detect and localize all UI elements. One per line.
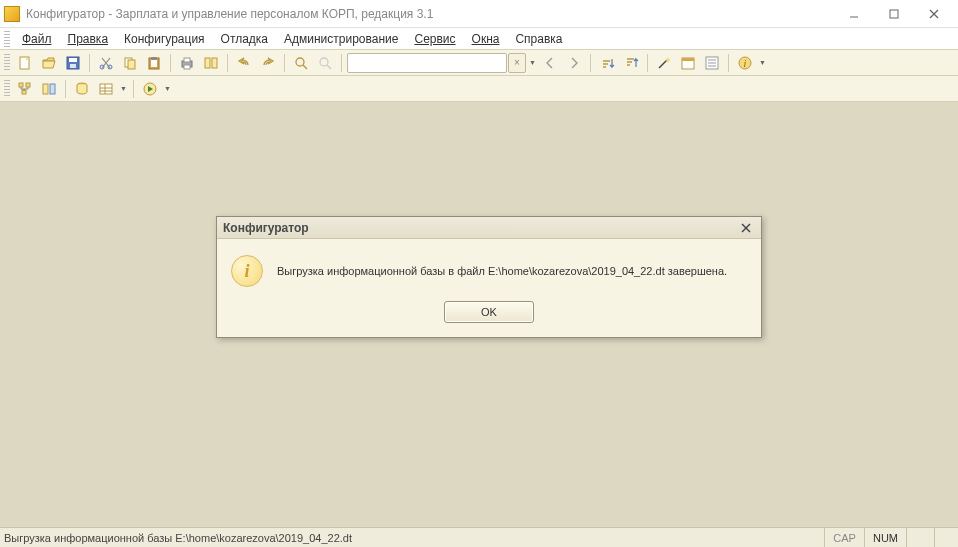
help-button[interactable]: i — [734, 52, 756, 74]
menu-windows[interactable]: Окна — [464, 30, 508, 48]
close-button[interactable] — [914, 2, 954, 26]
db-icon — [41, 81, 57, 97]
search-clear-button[interactable]: × — [508, 53, 526, 73]
start-debug-dropdown[interactable]: ▼ — [163, 78, 172, 100]
nav-forward-button[interactable] — [563, 52, 585, 74]
dialog-title-text: Конфигуратор — [223, 221, 309, 235]
toolbar-separator — [341, 54, 342, 72]
dialog-close-button[interactable] — [737, 220, 755, 236]
toolbar-separator — [590, 54, 591, 72]
open-folder-icon — [41, 55, 57, 71]
data-table-button[interactable] — [95, 78, 117, 100]
menu-admin[interactable]: Администрирование — [276, 30, 406, 48]
undo-icon — [236, 55, 252, 71]
config-tree-button[interactable] — [14, 78, 36, 100]
menu-debug[interactable]: Отладка — [213, 30, 276, 48]
start-debug-button[interactable] — [139, 78, 161, 100]
new-file-button[interactable] — [14, 52, 36, 74]
maximize-button[interactable] — [874, 2, 914, 26]
tree-icon — [17, 81, 33, 97]
nav-back-button[interactable] — [539, 52, 561, 74]
ok-button[interactable]: OK — [444, 301, 534, 323]
info-icon: i — [231, 255, 263, 287]
calendar-button[interactable] — [677, 52, 699, 74]
svg-rect-32 — [19, 83, 23, 87]
search-input[interactable] — [347, 53, 507, 73]
toolbar-separator — [284, 54, 285, 72]
dialog-body: i Выгрузка информационной базы в файл E:… — [217, 239, 761, 301]
calendar-icon — [680, 55, 696, 71]
svg-rect-19 — [212, 58, 217, 68]
help-icon: i — [737, 55, 753, 71]
scissors-icon — [98, 55, 114, 71]
svg-point-20 — [296, 58, 304, 66]
open-file-button[interactable] — [38, 52, 60, 74]
sort-asc-button[interactable] — [596, 52, 618, 74]
toolbar-row-2: ▼ ▼ — [0, 76, 958, 102]
copy-button[interactable] — [119, 52, 141, 74]
table-icon — [98, 81, 114, 97]
svg-rect-35 — [43, 84, 48, 94]
svg-rect-36 — [50, 84, 55, 94]
window-controls — [834, 2, 954, 26]
menu-file[interactable]: Файл — [14, 30, 60, 48]
nav-forward-icon — [566, 55, 582, 71]
properties-icon — [704, 55, 720, 71]
sort-desc-icon — [623, 55, 639, 71]
minimize-button[interactable] — [834, 2, 874, 26]
print-button[interactable] — [176, 52, 198, 74]
menu-edit[interactable]: Правка — [60, 30, 117, 48]
help-dropdown[interactable]: ▼ — [758, 52, 767, 74]
titlebar: Конфигуратор - Зарплата и управление пер… — [0, 0, 958, 28]
message-dialog: Конфигуратор i Выгрузка информационной б… — [216, 216, 762, 338]
toolbar-separator — [728, 54, 729, 72]
undo-button[interactable] — [233, 52, 255, 74]
db-config-button[interactable] — [38, 78, 60, 100]
close-icon — [741, 223, 751, 233]
menu-help[interactable]: Справка — [507, 30, 570, 48]
new-file-icon — [17, 55, 33, 71]
svg-rect-6 — [69, 58, 77, 62]
paste-button[interactable] — [143, 52, 165, 74]
status-message: Выгрузка информационной базы E:\home\koz… — [4, 532, 824, 544]
cylinder-icon — [74, 81, 90, 97]
syntax-helper-button[interactable] — [653, 52, 675, 74]
toolbar-separator — [227, 54, 228, 72]
window-title: Конфигуратор - Зарплата и управление пер… — [26, 7, 834, 21]
dialog-buttons: OK — [217, 301, 761, 337]
svg-rect-11 — [128, 60, 135, 69]
compare-button[interactable] — [200, 52, 222, 74]
save-button[interactable] — [62, 52, 84, 74]
svg-rect-14 — [151, 57, 157, 60]
redo-button[interactable] — [257, 52, 279, 74]
status-num: NUM — [864, 528, 906, 547]
menu-service[interactable]: Сервис — [406, 30, 463, 48]
data-table-dropdown[interactable]: ▼ — [119, 78, 128, 100]
dialog-titlebar: Конфигуратор — [217, 217, 761, 239]
sort-desc-button[interactable] — [620, 52, 642, 74]
compare-icon — [203, 55, 219, 71]
menu-config[interactable]: Конфигурация — [116, 30, 213, 48]
toolbar-grip — [4, 80, 10, 98]
svg-line-21 — [303, 65, 307, 69]
toolbar-grip — [4, 54, 10, 72]
find-next-button[interactable] — [314, 52, 336, 74]
magnifier-icon — [293, 55, 309, 71]
svg-line-23 — [327, 65, 331, 69]
status-cap: CAP — [824, 528, 864, 547]
update-db-button[interactable] — [71, 78, 93, 100]
play-icon — [142, 81, 158, 97]
close-icon — [929, 9, 939, 19]
properties-button[interactable] — [701, 52, 723, 74]
search-dropdown[interactable]: ▼ — [528, 52, 537, 74]
toolbar-separator — [89, 54, 90, 72]
wand-icon — [656, 55, 672, 71]
nav-back-icon — [542, 55, 558, 71]
svg-rect-7 — [70, 64, 76, 68]
sort-asc-icon — [599, 55, 615, 71]
menubar-grip — [4, 31, 10, 47]
cut-button[interactable] — [95, 52, 117, 74]
toolbar-separator — [647, 54, 648, 72]
find-button[interactable] — [290, 52, 312, 74]
printer-icon — [179, 55, 195, 71]
